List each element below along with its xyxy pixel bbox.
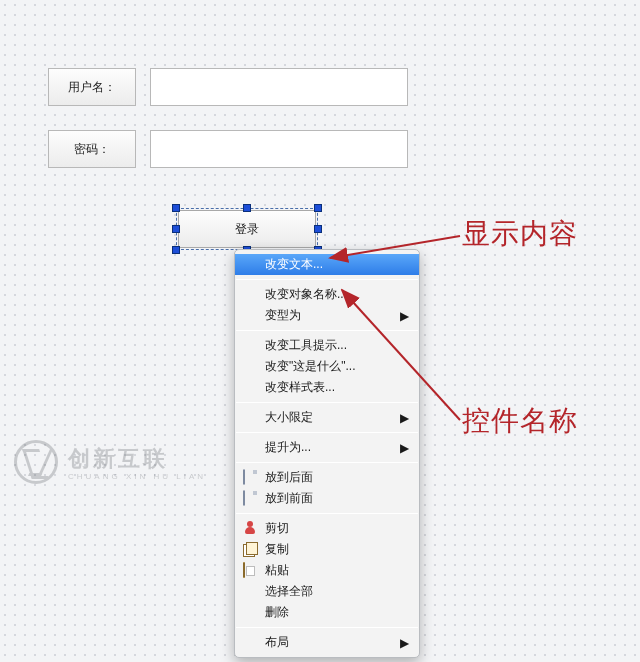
menu-size-constraints[interactable]: 大小限定▶: [235, 407, 419, 428]
resize-handle-tr[interactable]: [314, 204, 322, 212]
context-menu: 改变文本... 改变对象名称... 变型为▶ 改变工具提示... 改变"这是什么…: [234, 249, 420, 658]
menu-separator: [236, 279, 418, 280]
menu-change-whatsthis[interactable]: 改变"这是什么"...: [235, 356, 419, 377]
menu-item-label: 放到后面: [265, 469, 313, 486]
annotation-display-content: 显示内容: [462, 215, 578, 253]
password-input[interactable]: [150, 130, 408, 168]
menu-item-label: 大小限定: [265, 409, 313, 426]
menu-item-label: 改变"这是什么"...: [265, 358, 356, 375]
page-back-icon: [243, 470, 257, 484]
menu-select-all[interactable]: 选择全部: [235, 581, 419, 602]
menu-item-label: 复制: [265, 541, 289, 558]
submenu-arrow-icon: ▶: [400, 636, 409, 650]
cut-icon: [243, 521, 257, 535]
page-front-icon: [243, 491, 257, 505]
username-label: 用户名：: [48, 68, 136, 106]
menu-send-to-back[interactable]: 放到后面: [235, 467, 419, 488]
paste-icon: [243, 563, 257, 577]
annotation-widget-name: 控件名称: [462, 402, 578, 440]
password-row: 密码：: [48, 130, 408, 168]
menu-change-stylesheet[interactable]: 改变样式表...: [235, 377, 419, 398]
resize-handle-mr[interactable]: [314, 225, 322, 233]
login-button-selection: 登录: [178, 210, 316, 248]
menu-paste[interactable]: 粘贴: [235, 560, 419, 581]
menu-separator: [236, 513, 418, 514]
menu-separator: [236, 627, 418, 628]
menu-separator: [236, 432, 418, 433]
resize-handle-tm[interactable]: [243, 204, 251, 212]
menu-item-label: 粘贴: [265, 562, 289, 579]
menu-item-label: 提升为...: [265, 439, 311, 456]
menu-bring-to-front[interactable]: 放到前面: [235, 488, 419, 509]
login-button[interactable]: 登录: [178, 210, 316, 248]
resize-handle-tl[interactable]: [172, 204, 180, 212]
menu-layout[interactable]: 布局▶: [235, 632, 419, 653]
menu-item-label: 选择全部: [265, 583, 313, 600]
password-label: 密码：: [48, 130, 136, 168]
watermark-cn: 创新互联: [68, 444, 206, 474]
menu-change-tooltip[interactable]: 改变工具提示...: [235, 335, 419, 356]
resize-handle-bl[interactable]: [172, 246, 180, 254]
resize-handle-ml[interactable]: [172, 225, 180, 233]
watermark-en: CHUANG XIN HU LIAN: [68, 472, 206, 481]
submenu-arrow-icon: ▶: [400, 441, 409, 455]
menu-cut[interactable]: 剪切: [235, 518, 419, 539]
submenu-arrow-icon: ▶: [400, 411, 409, 425]
menu-item-label: 变型为: [265, 307, 301, 324]
menu-item-label: 改变样式表...: [265, 379, 335, 396]
menu-change-object-name[interactable]: 改变对象名称...: [235, 284, 419, 305]
menu-item-label: 放到前面: [265, 490, 313, 507]
menu-copy[interactable]: 复制: [235, 539, 419, 560]
watermark-text: 创新互联 CHUANG XIN HU LIAN: [68, 444, 206, 481]
menu-promote-to[interactable]: 提升为...▶: [235, 437, 419, 458]
menu-item-label: 改变对象名称...: [265, 286, 347, 303]
username-input[interactable]: [150, 68, 408, 106]
watermark-logo-icon: [14, 440, 58, 484]
menu-item-label: 删除: [265, 604, 289, 621]
menu-item-label: 布局: [265, 634, 289, 651]
submenu-arrow-icon: ▶: [400, 309, 409, 323]
copy-icon: [243, 542, 257, 556]
menu-delete[interactable]: 删除: [235, 602, 419, 623]
menu-separator: [236, 402, 418, 403]
menu-change-text[interactable]: 改变文本...: [235, 254, 419, 275]
menu-separator: [236, 462, 418, 463]
menu-item-label: 改变工具提示...: [265, 337, 347, 354]
watermark: 创新互联 CHUANG XIN HU LIAN: [14, 440, 206, 484]
menu-item-label: 改变文本...: [265, 256, 323, 273]
menu-item-label: 剪切: [265, 520, 289, 537]
menu-transform-to[interactable]: 变型为▶: [235, 305, 419, 326]
menu-separator: [236, 330, 418, 331]
username-row: 用户名：: [48, 68, 408, 106]
